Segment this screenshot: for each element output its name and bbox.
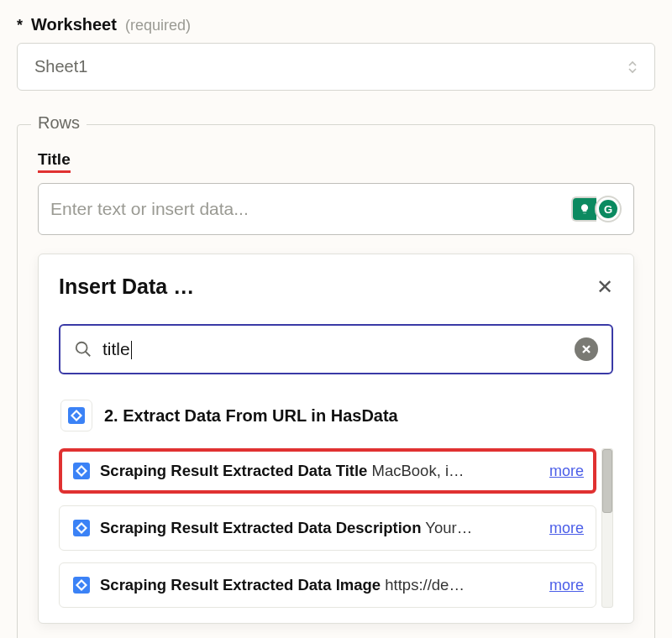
title-input[interactable]: Enter text or insert data... G [38, 183, 634, 235]
results-list: Scraping Result Extracted Data Title Mac… [59, 448, 596, 608]
worksheet-required-text: (required) [125, 17, 191, 34]
input-icons: G [571, 196, 622, 222]
data-source-step: 2. Extract Data From URL in HasData [59, 400, 613, 431]
result-item-description[interactable]: Scraping Result Extracted Data Descripti… [59, 505, 596, 551]
popup-header: Insert Data … ✕ [59, 275, 613, 299]
hasdata-icon [71, 461, 92, 481]
worksheet-dropdown[interactable]: Sheet1 [17, 43, 655, 91]
scrollbar-thumb[interactable] [602, 449, 612, 513]
more-link[interactable]: more [549, 577, 584, 594]
worksheet-value: Sheet1 [34, 57, 87, 76]
grammarly-icon[interactable]: G [595, 196, 622, 222]
svg-point-0 [76, 343, 87, 353]
results-wrapper: Scraping Result Extracted Data Title Mac… [59, 448, 613, 608]
title-placeholder: Enter text or insert data... [50, 199, 249, 219]
clear-search-button[interactable] [575, 337, 598, 361]
insert-data-popup: Insert Data … ✕ title 2. Extract Data Fr… [38, 254, 634, 624]
more-link[interactable]: more [549, 463, 584, 480]
rows-fieldset: Rows Title Enter text or insert data... … [17, 124, 655, 638]
search-input[interactable]: title [59, 324, 613, 374]
lightbulb-icon[interactable] [571, 196, 596, 222]
step-label: 2. Extract Data From URL in HasData [104, 406, 398, 426]
svg-line-1 [86, 352, 91, 357]
form-container: * Worksheet (required) Sheet1 Rows Title… [0, 0, 672, 638]
popup-title: Insert Data … [59, 275, 194, 299]
result-text: Scraping Result Extracted Data Image htt… [100, 576, 541, 594]
more-link[interactable]: more [549, 520, 584, 537]
result-item-title[interactable]: Scraping Result Extracted Data Title Mac… [59, 448, 596, 494]
result-text: Scraping Result Extracted Data Descripti… [100, 519, 541, 537]
worksheet-label-row: * Worksheet (required) [17, 15, 655, 34]
close-icon[interactable]: ✕ [596, 277, 613, 297]
hasdata-icon [71, 518, 92, 538]
search-icon [74, 340, 92, 358]
search-value: title [102, 339, 132, 359]
title-field-wrapper: Title Enter text or insert data... G [38, 150, 634, 235]
rows-legend: Rows [31, 113, 87, 133]
worksheet-label: Worksheet [31, 15, 117, 34]
chevron-up-down-icon [627, 60, 638, 74]
result-item-image[interactable]: Scraping Result Extracted Data Image htt… [59, 562, 596, 608]
required-asterisk: * [17, 17, 23, 34]
result-text: Scraping Result Extracted Data Title Mac… [100, 462, 541, 480]
scrollbar[interactable] [601, 448, 613, 608]
hasdata-app-icon [60, 400, 92, 431]
title-label: Title [38, 150, 71, 173]
hasdata-icon [71, 575, 92, 595]
